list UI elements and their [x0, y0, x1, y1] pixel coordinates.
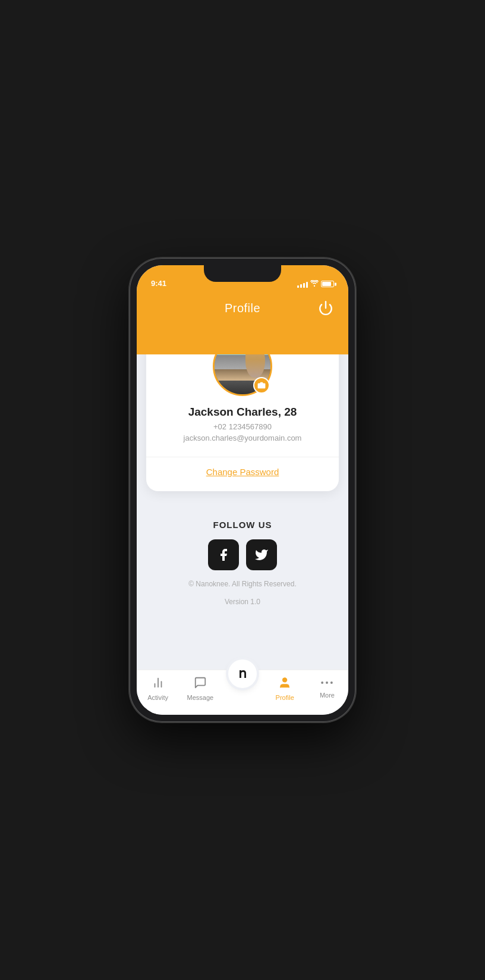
tab-activity[interactable]: Activity [137, 676, 179, 701]
profile-card: Jackson Charles, 28 +02 1234567890 jacks… [146, 354, 339, 491]
follow-title: FOLLOW US [213, 520, 272, 530]
profile-icon [278, 676, 291, 692]
more-icon [320, 676, 333, 690]
twitter-icon [254, 548, 269, 562]
facebook-icon [216, 548, 231, 562]
svg-point-6 [322, 681, 324, 684]
signal-icon [297, 281, 308, 288]
more-label: More [320, 692, 335, 699]
change-password-button[interactable]: Change Password [158, 467, 327, 477]
phone-frame: 9:41 Profile [130, 258, 355, 722]
svg-point-7 [326, 681, 328, 684]
tab-more[interactable]: More [306, 676, 348, 699]
activity-icon [152, 676, 165, 692]
avatar-container [213, 354, 272, 396]
wifi-icon [310, 280, 319, 288]
power-icon [318, 300, 333, 316]
tab-bar: Activity Message ո [137, 670, 348, 715]
message-label: Message [187, 694, 213, 701]
camera-button[interactable] [253, 377, 270, 394]
facebook-button[interactable] [208, 539, 239, 570]
divider [146, 457, 339, 457]
social-icons [208, 539, 277, 570]
user-name: Jackson Charles, 28 [158, 406, 327, 419]
content-area: Jackson Charles, 28 +02 1234567890 jacks… [137, 354, 348, 670]
center-logo: ո [238, 666, 247, 681]
svg-point-5 [283, 678, 287, 682]
twitter-button[interactable] [246, 539, 277, 570]
user-phone: +02 1234567890 [158, 422, 327, 431]
activity-label: Activity [147, 694, 168, 701]
copyright-text: © Nanoknee. All Rights Reserved. [188, 580, 297, 588]
svg-point-8 [330, 681, 333, 684]
power-button[interactable] [315, 297, 336, 319]
follow-section: FOLLOW US © Nanoknee. All Rights Reserve… [137, 501, 348, 618]
center-button[interactable]: ո [228, 659, 257, 688]
tab-message[interactable]: Message [179, 676, 221, 701]
avatar-wrapper [158, 354, 327, 396]
battery-icon [321, 281, 334, 287]
phone-screen: 9:41 Profile [137, 265, 348, 715]
tab-profile[interactable]: Profile [264, 676, 306, 701]
status-icons [297, 280, 334, 288]
user-email: jackson.charles@yourdomain.com [158, 434, 327, 442]
header: Profile [137, 291, 348, 354]
profile-label: Profile [276, 694, 294, 701]
page-title: Profile [170, 301, 315, 315]
version-text: Version 1.0 [225, 598, 260, 606]
status-time: 9:41 [151, 279, 166, 288]
notch [204, 265, 281, 282]
message-icon [194, 676, 207, 692]
camera-icon [257, 381, 266, 390]
